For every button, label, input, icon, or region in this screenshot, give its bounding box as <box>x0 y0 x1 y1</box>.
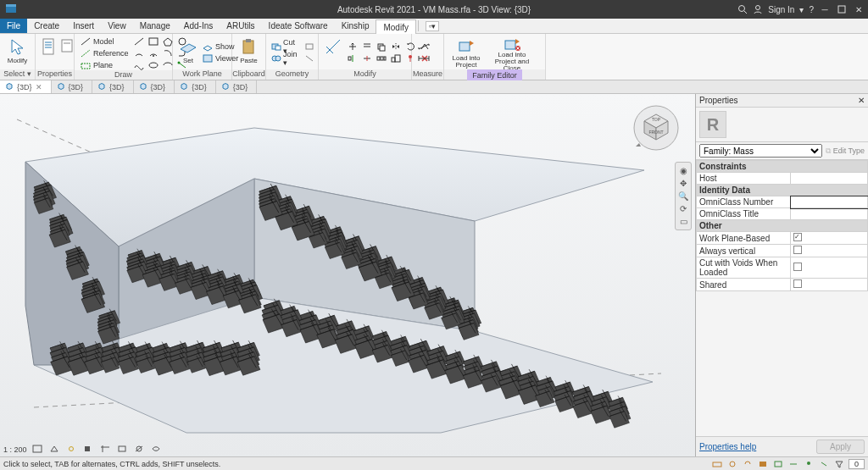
modify-button[interactable]: Modify <box>5 36 30 69</box>
properties-help-link[interactable]: Properties help <box>699 442 756 451</box>
paste-button[interactable]: Paste <box>237 36 260 69</box>
minimize-icon[interactable]: ─ <box>819 4 831 14</box>
crop-icon[interactable] <box>100 445 112 455</box>
fullnav-icon[interactable]: ◉ <box>680 166 687 175</box>
draw-spline-icon[interactable] <box>132 59 146 70</box>
omniclass-number-value[interactable] <box>791 196 868 208</box>
temp-hide-icon[interactable] <box>134 445 146 455</box>
section-constraints[interactable]: Constraints <box>697 161 868 173</box>
crop-show-icon[interactable] <box>117 445 129 455</box>
select-links-icon[interactable] <box>772 459 784 469</box>
section-other[interactable]: Other <box>697 220 868 232</box>
cope-icon[interactable] <box>303 41 316 53</box>
palette-close-icon[interactable]: ✕ <box>858 96 865 105</box>
svg-rect-10 <box>62 40 72 52</box>
omniclass-title-value[interactable] <box>791 208 868 220</box>
draw-arc-center-icon[interactable] <box>147 47 160 58</box>
load-into-project-button[interactable]: Load into Project <box>449 36 483 69</box>
sun-path-icon[interactable] <box>66 445 78 455</box>
filter-icon[interactable] <box>833 459 845 469</box>
signin-label[interactable]: Sign In <box>768 5 794 14</box>
select-underlay-icon[interactable] <box>787 459 799 469</box>
family-types-button[interactable] <box>59 36 75 69</box>
help-icon[interactable]: ? <box>809 5 814 14</box>
tab-manage[interactable]: Manage <box>133 19 177 33</box>
reference-plane-button[interactable]: Plane <box>80 59 129 70</box>
background-icon[interactable] <box>757 459 769 469</box>
reference-line-button[interactable]: Reference <box>80 47 129 58</box>
tab-create[interactable]: Create <box>27 19 66 33</box>
dimension-icon[interactable] <box>417 53 431 64</box>
tab-addins[interactable]: Add-Ins <box>177 19 220 33</box>
split-face-icon[interactable] <box>303 53 316 64</box>
tab-view[interactable]: View <box>101 19 133 33</box>
close-tab-icon[interactable]: ✕ <box>36 83 42 91</box>
detail-level-icon[interactable] <box>32 445 44 455</box>
tab-ideate[interactable]: Ideate Software <box>262 19 335 33</box>
move-icon[interactable] <box>346 41 359 53</box>
filter-count[interactable]: 0 <box>849 459 865 469</box>
pan-icon[interactable]: ✥ <box>680 179 687 188</box>
reveal-icon[interactable] <box>151 445 163 455</box>
favorites-icon[interactable]: ▾ <box>799 5 804 14</box>
3d-viewport[interactable]: TOP FRONT ◉ ✥ 🔍 ⟳ ▭ 1 : 200 <box>0 94 695 456</box>
mirror-pick-icon[interactable] <box>346 53 359 64</box>
svg-text:TOP: TOP <box>652 117 661 122</box>
title-bar: Autodesk Revit 2021 - VM Mass.rfa - 3D V… <box>0 0 868 19</box>
close-icon[interactable]: ✕ <box>853 4 865 14</box>
edit-type-button[interactable]: ⧉ Edit Type <box>826 147 865 156</box>
design-options-icon[interactable] <box>726 459 738 469</box>
section-identity[interactable]: Identity Data <box>697 185 868 196</box>
tab-insert[interactable]: Insert <box>66 19 101 33</box>
measure-icon[interactable] <box>417 41 431 53</box>
select-pinned-icon[interactable] <box>803 459 815 469</box>
view-tab[interactable]: {3D} <box>216 80 258 93</box>
type-selector[interactable]: Family: Mass <box>699 144 822 158</box>
look-icon[interactable]: ▭ <box>680 217 687 226</box>
search-icon[interactable] <box>737 4 748 14</box>
view-scale[interactable]: 1 : 200 <box>3 445 27 454</box>
link-icon[interactable] <box>742 459 754 469</box>
tab-modify[interactable]: Modify <box>376 19 415 34</box>
view-tab[interactable]: {3D} <box>92 80 134 93</box>
visual-style-icon[interactable] <box>49 445 61 455</box>
view-cube[interactable]: TOP FRONT <box>632 102 680 150</box>
model-line-button[interactable]: Model <box>80 36 129 47</box>
panel-modify-label: Modify <box>319 69 411 80</box>
host-value[interactable] <box>791 173 868 185</box>
shadows-icon[interactable] <box>83 445 95 455</box>
tab-file[interactable]: File <box>0 19 27 33</box>
load-into-project-close-button[interactable]: Load into Project and Close <box>487 36 537 69</box>
zoom-icon[interactable]: 🔍 <box>678 191 688 201</box>
draw-ellipse-icon[interactable] <box>147 59 160 70</box>
view-tab[interactable]: {3D} ✕ <box>0 80 52 93</box>
drag-icon[interactable] <box>818 459 830 469</box>
join-button[interactable]: Join ▾ <box>271 53 299 64</box>
view-tab[interactable]: {3D} <box>134 80 175 93</box>
mirror-axis-icon[interactable] <box>389 41 403 53</box>
draw-rect-icon[interactable] <box>147 36 160 47</box>
offset-icon[interactable] <box>360 41 374 53</box>
copy-icon[interactable] <box>375 41 388 53</box>
tab-arutils[interactable]: ARUtils <box>220 19 261 33</box>
split-icon[interactable] <box>360 53 374 64</box>
maximize-icon[interactable] <box>836 4 848 14</box>
scale-icon[interactable] <box>389 53 403 64</box>
worksets-icon[interactable] <box>711 459 723 469</box>
ribbon-expand-icon[interactable]: ▫▾ <box>426 21 439 31</box>
view-tab[interactable]: {3D} <box>52 80 93 93</box>
navigation-bar[interactable]: ◉ ✥ 🔍 ⟳ ▭ <box>675 162 692 230</box>
apply-button[interactable]: Apply <box>816 440 865 454</box>
cube-icon <box>5 82 14 92</box>
properties-button[interactable] <box>41 36 56 69</box>
view-tab[interactable]: {3D} <box>175 80 216 93</box>
draw-line-icon[interactable] <box>132 36 146 47</box>
array-icon[interactable] <box>375 53 388 64</box>
app-menu-icon[interactable] <box>5 3 17 15</box>
draw-arc-start-icon[interactable] <box>132 47 146 58</box>
tab-kinship[interactable]: Kinship <box>335 19 376 33</box>
set-workplane-button[interactable]: Set <box>178 36 198 69</box>
signin-icon[interactable] <box>753 4 763 14</box>
align-button[interactable] <box>324 36 342 69</box>
orbit-icon[interactable]: ⟳ <box>680 204 687 213</box>
